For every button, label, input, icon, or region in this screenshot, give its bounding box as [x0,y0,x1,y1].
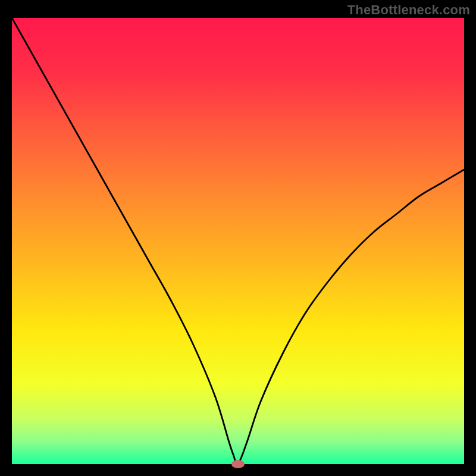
plot-background [12,18,464,464]
bottleneck-chart [0,0,476,476]
chart-frame: TheBottleneck.com [0,0,476,476]
optimal-point-marker [231,460,245,468]
